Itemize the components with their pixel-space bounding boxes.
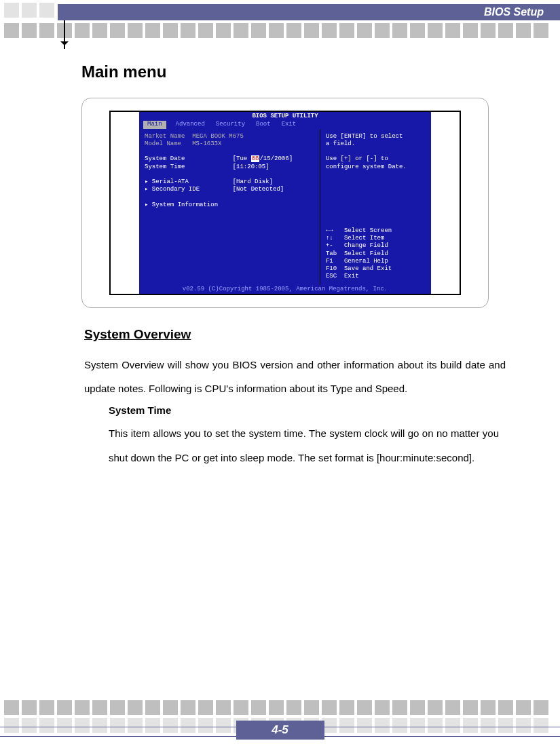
system-time-section: System Time This item allows you to set …: [109, 404, 499, 470]
serial-ata-item[interactable]: Serial-ATA: [152, 178, 189, 185]
content-area: Main menu BIOS SETUP UTILITY Main Advanc…: [81, 62, 506, 472]
system-information-item[interactable]: System Information: [152, 202, 218, 208]
serial-ata-value: [Hard Disk]: [233, 178, 273, 185]
system-overview-paragraph: System Overview will show you BIOS versi…: [84, 353, 506, 401]
bios-screen: BIOS SETUP UTILITY Main Advanced Securit…: [139, 112, 431, 294]
bios-tabs: Main Advanced Security Boot Exit: [139, 121, 431, 128]
bios-titlebar: BIOS SETUP UTILITY: [139, 112, 431, 121]
bios-tab-exit[interactable]: Exit: [280, 121, 298, 128]
bios-help-text: Use [ENTER] to select a field. Use [+] o…: [326, 133, 426, 171]
page: BIOS Setup Main menu BIOS SETUP UTILITY …: [0, 0, 560, 745]
bios-body: Market Name MEGA BOOK M675 Model Name MS…: [139, 129, 431, 285]
section-title: Main menu: [81, 62, 506, 81]
bios-left-pane: Market Name MEGA BOOK M675 Model Name MS…: [139, 129, 320, 285]
bios-right-pane: Use [ENTER] to select a field. Use [+] o…: [320, 129, 431, 285]
bios-nav-help: ←→ Select Screen ↑↓ Select Item +- Chang…: [326, 227, 426, 281]
system-time-label[interactable]: System Time: [145, 164, 185, 170]
bios-window: BIOS SETUP UTILITY Main Advanced Securit…: [109, 111, 461, 295]
model-value: MS-1633X: [192, 140, 221, 147]
secondary-ide-item[interactable]: Secondary IDE: [152, 186, 200, 193]
decor-strip-top: [0, 23, 560, 38]
bios-tab-main[interactable]: Main: [143, 121, 166, 128]
model-label: Model Name: [145, 140, 181, 147]
system-overview-heading: System Overview: [84, 327, 506, 342]
arrow-down-icon: [64, 20, 65, 49]
system-time-paragraph: This item allows you to set the system t…: [109, 421, 499, 470]
market-value: MEGA BOOK M675: [192, 133, 244, 140]
bios-footer: v02.59 (C)Copyright 1985-2005, American …: [139, 285, 431, 294]
system-date-label[interactable]: System Date: [145, 155, 185, 162]
system-time-heading: System Time: [109, 404, 499, 416]
bios-tab-advanced[interactable]: Advanced: [174, 121, 206, 128]
market-label: Market Name: [145, 133, 185, 140]
secondary-ide-value: [Not Detected]: [233, 186, 284, 193]
bios-screenshot-frame: BIOS SETUP UTILITY Main Advanced Securit…: [81, 98, 489, 308]
system-time-value: [11:20:05]: [233, 164, 269, 170]
decor-strip-bottom: [0, 700, 560, 715]
bios-tab-boot[interactable]: Boot: [255, 121, 272, 128]
page-number: 4-5: [236, 721, 324, 740]
bios-tab-security[interactable]: Security: [214, 121, 246, 128]
system-date-selected-field[interactable]: 08: [251, 155, 260, 162]
header-title: BIOS Setup: [484, 4, 544, 20]
